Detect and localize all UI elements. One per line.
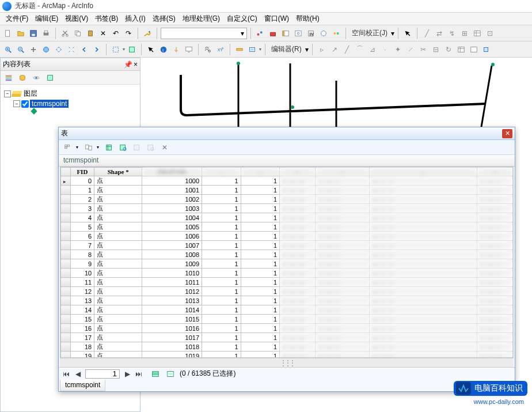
menu-item[interactable]: 地理处理(G) — [179, 13, 223, 25]
measure-icon[interactable] — [234, 44, 245, 55]
python-icon[interactable]: py — [305, 28, 317, 39]
modify-icon[interactable]: ↯ — [446, 28, 458, 39]
undo-icon[interactable]: ↶ — [110, 28, 121, 39]
table-row[interactable]: 5点100511— — —— — —— — —— — — — [61, 222, 513, 232]
table-row[interactable]: 18点101811— — —— — —— — —— — — — [61, 342, 513, 351]
clear-selection-table-icon[interactable] — [131, 142, 143, 153]
table-grid[interactable]: FIDShape *PROPTID------------ 0点100011— … — [60, 167, 514, 358]
column-header[interactable]: -- — [316, 168, 369, 176]
table-row[interactable]: 8点100811— — —— — —— — —— — — — [61, 250, 513, 259]
table-row[interactable]: 10点101011— — —— — —— — —— — — — [61, 269, 513, 278]
table-row[interactable]: 16点101611— — —— — —— — —— — — — [61, 324, 513, 333]
time-slider-icon[interactable] — [318, 28, 329, 39]
popup-icon[interactable] — [183, 44, 195, 55]
pin-icon[interactable]: 📌 — [124, 61, 132, 69]
cut-poly-icon[interactable]: ✂ — [417, 44, 429, 55]
editor-label[interactable]: 编辑器(R) — [269, 44, 304, 54]
column-header[interactable]: -- — [280, 168, 316, 176]
last-record-icon[interactable]: ⏭ — [135, 370, 143, 378]
select-features-icon[interactable] — [110, 44, 121, 55]
displacement-icon[interactable]: ⇄ — [434, 28, 445, 39]
close-icon[interactable]: ✕ — [502, 129, 512, 138]
split-icon[interactable]: ⊟ — [430, 44, 442, 55]
attributes-icon[interactable] — [455, 44, 467, 55]
rotate-icon[interactable]: ↻ — [443, 44, 454, 55]
select-by-attributes-icon[interactable] — [104, 142, 115, 153]
delete-selected-icon[interactable]: ✕ — [159, 142, 170, 153]
new-icon[interactable] — [2, 28, 14, 39]
fixed-zoom-out-icon[interactable] — [66, 44, 77, 55]
delete-icon[interactable]: ✕ — [97, 28, 109, 39]
full-extent-icon[interactable] — [40, 44, 52, 55]
column-header[interactable]: -- — [369, 168, 477, 176]
list-by-visibility-icon[interactable] — [31, 72, 42, 84]
show-selected-icon[interactable] — [165, 368, 176, 380]
table-row[interactable]: 2点100211— — —— — —— — —— — — — [61, 195, 513, 204]
column-header[interactable] — [61, 168, 71, 176]
links-icon[interactable]: ⊡ — [484, 28, 496, 39]
column-header[interactable]: -- — [241, 168, 279, 176]
column-header[interactable]: Shape * — [94, 168, 142, 176]
goto-xy-icon[interactable]: XY — [215, 44, 226, 55]
layer-visibility-checkbox[interactable] — [21, 100, 29, 108]
first-record-icon[interactable]: ⏮ — [62, 370, 70, 378]
search-win-icon[interactable] — [292, 28, 304, 39]
print-icon[interactable] — [40, 28, 52, 39]
record-number-input[interactable] — [85, 369, 120, 379]
table-row[interactable]: 14点101411— — —— — —— — —— — — — [61, 305, 513, 315]
collapse-toggle[interactable]: − — [4, 90, 11, 97]
spatial-adjustment-label[interactable]: 空间校正(J) — [349, 28, 390, 38]
layer-label[interactable]: tcmmspoint — [30, 100, 69, 108]
edit-tool-icon[interactable]: ▹ — [316, 44, 328, 55]
prev-record-icon[interactable]: ◀ — [74, 370, 82, 378]
menu-item[interactable]: 视图(V) — [62, 13, 92, 25]
table-row[interactable]: 17点101711— — —— — —— — —— — — — [61, 333, 513, 342]
line-tool-icon[interactable]: ╱ — [421, 28, 432, 39]
menu-item[interactable]: 插入(I) — [121, 13, 149, 25]
redo-icon[interactable]: ↷ — [123, 28, 134, 39]
viewer-icon[interactable] — [246, 44, 258, 55]
menu-item[interactable]: 编辑(E) — [32, 13, 62, 25]
prev-extent-icon[interactable] — [78, 44, 90, 55]
menu-item[interactable]: 自定义(C) — [223, 13, 261, 25]
cut-icon[interactable] — [59, 28, 71, 39]
table-row[interactable]: 4点100411— — —— — —— — —— — — — [61, 213, 513, 222]
scale-dropdown[interactable]: ▾ — [161, 28, 247, 39]
trace-icon[interactable]: ⊿ — [367, 44, 378, 55]
reshape-icon[interactable]: ⟋ — [405, 44, 416, 55]
edit-anno-icon[interactable]: ↗ — [329, 44, 340, 55]
zoom-out-icon[interactable] — [15, 44, 26, 55]
table-row[interactable]: 15点101511— — —— — —— — —— — — — [61, 315, 513, 324]
column-header[interactable]: -- — [477, 168, 512, 176]
table-tab[interactable]: tcmmspoint — [59, 155, 515, 167]
column-header[interactable]: -- — [202, 168, 241, 176]
pan-icon[interactable] — [28, 44, 39, 55]
list-by-selection-icon[interactable] — [44, 72, 56, 84]
line-icon[interactable]: ╱ — [341, 44, 353, 55]
edge-match-icon[interactable]: ⊞ — [459, 28, 470, 39]
menu-item[interactable]: 窗口(W) — [261, 13, 292, 25]
next-record-icon[interactable]: ▶ — [123, 370, 131, 378]
table-icon[interactable] — [472, 28, 483, 39]
table-options-icon[interactable] — [62, 142, 74, 153]
column-header[interactable]: PROPTID — [142, 168, 202, 176]
arc-icon[interactable]: ⌒ — [354, 44, 366, 55]
menu-item[interactable]: 帮助(H) — [292, 13, 323, 25]
menu-item[interactable]: 书签(B) — [92, 13, 121, 25]
table-row[interactable]: 9点100911— — —— — —— — —— — — — [61, 259, 513, 269]
copy-icon[interactable] — [72, 28, 83, 39]
switch-selection-icon[interactable] — [117, 142, 129, 153]
toolbox-icon[interactable] — [267, 28, 279, 39]
next-extent-icon[interactable] — [91, 44, 102, 55]
save-icon[interactable] — [28, 28, 39, 39]
identify-icon[interactable]: i — [158, 44, 169, 55]
horizontal-scrollbar[interactable] — [60, 358, 514, 367]
table-bottom-tab[interactable]: tcmmspoint — [60, 380, 105, 391]
table-row[interactable]: 6点100611— — —— — —— — —— — — — [61, 232, 513, 241]
list-by-drawing-icon[interactable] — [3, 72, 14, 84]
open-icon[interactable] — [15, 28, 26, 39]
point-symbol-icon[interactable] — [31, 108, 37, 114]
point-icon[interactable]: · — [379, 44, 391, 55]
table-titlebar[interactable]: 表 ✕ — [59, 127, 515, 140]
show-all-icon[interactable] — [150, 368, 161, 380]
